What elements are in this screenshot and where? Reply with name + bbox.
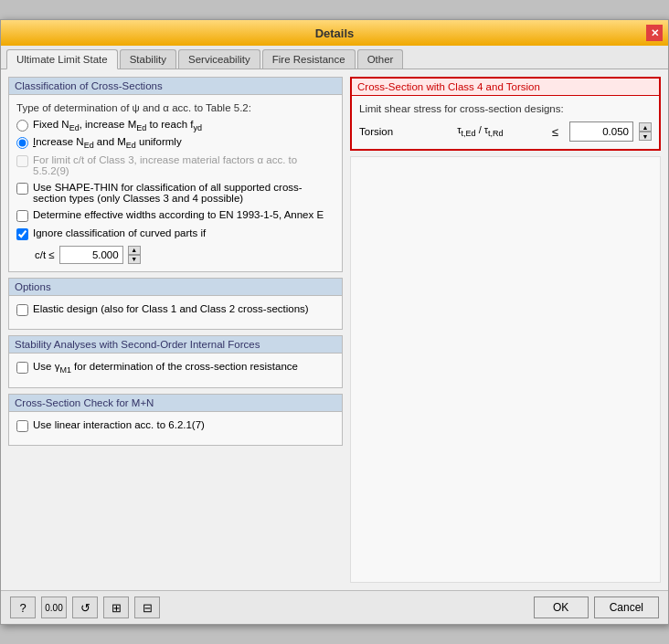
ct-spinner-buttons: ▲ ▼ — [128, 246, 141, 264]
value-icon-button[interactable]: 0.00 — [41, 596, 67, 618]
close-button[interactable]: ✕ — [646, 25, 663, 41]
checkbox-gamma-m1: Use γM1 for determination of the cross-s… — [16, 361, 334, 375]
title-bar: Details ✕ — [1, 20, 668, 46]
checkbox-linear-interaction: Use linear interaction acc. to 6.2.1(7) — [16, 419, 334, 432]
torsion-label: Torsion — [359, 126, 414, 137]
torsion-spinner-up[interactable]: ▲ — [639, 122, 652, 132]
checkbox-linear-interaction-input[interactable] — [16, 420, 28, 432]
limit-shear-label: Limit shear stress for cross-section des… — [359, 103, 652, 114]
radio-fixed-label: Fixed NEd, increase MEd to reach fyd — [33, 119, 202, 132]
checkbox-ignore-curved-label: Ignore classification of curved parts if — [33, 227, 206, 238]
torsion-spinner-down[interactable]: ▼ — [639, 132, 652, 141]
reset-icon-button[interactable]: ↺ — [72, 596, 98, 618]
torsion-value-input[interactable] — [569, 121, 633, 142]
ok-button[interactable]: OK — [534, 596, 589, 618]
options-header: Options — [9, 279, 342, 296]
ct-spinner-input[interactable] — [59, 246, 123, 264]
help-icon-button[interactable]: ? — [10, 596, 36, 618]
radio-group: Fixed NEd, increase MEd to reach fyd Inc… — [16, 119, 334, 151]
ct-spinner-label: c/t ≤ — [35, 249, 55, 260]
checkbox-effective-widths: Determine effective widths according to … — [16, 209, 334, 222]
radio-increase-label: Increase NEd and MEd uniformly — [33, 136, 182, 150]
radio-increase-input[interactable] — [16, 137, 28, 149]
right-placeholder — [350, 156, 661, 583]
checkbox-elastic-design: Elastic design (also for Class 1 and Cla… — [16, 303, 334, 316]
checkbox-gamma-m1-label: Use γM1 for determination of the cross-s… — [33, 361, 298, 375]
class4-torsion-section: Cross-Section with Class 4 and Torsion L… — [350, 77, 661, 151]
checkbox-gamma-m1-input[interactable] — [16, 362, 28, 374]
radio-fixed-input[interactable] — [16, 120, 28, 132]
tab-stability[interactable]: Stability — [120, 49, 176, 69]
footer-icons: ? 0.00 ↺ ⊞ ⊟ — [10, 596, 160, 618]
type-label: Type of determination of ψ and α acc. to… — [16, 102, 334, 113]
torsion-row: Torsion τt,Ed / τt,Rd ≤ ▲ ▼ — [359, 121, 652, 142]
tab-serviceability[interactable]: Serviceability — [178, 49, 260, 69]
ct-spinner-row: c/t ≤ ▲ ▼ — [35, 246, 334, 264]
stability-section: Stability Analyses with Second-Order Int… — [8, 335, 343, 388]
copy-icon-button[interactable]: ⊞ — [103, 596, 129, 618]
cancel-button[interactable]: Cancel — [594, 596, 659, 618]
checkbox-shape-thin-input[interactable] — [16, 183, 28, 195]
footer-actions: OK Cancel — [534, 596, 659, 618]
tab-other[interactable]: Other — [357, 49, 404, 69]
classification-section: Classification of Cross-Sections Type of… — [8, 77, 343, 272]
radio-fixed[interactable]: Fixed NEd, increase MEd to reach fyd — [16, 119, 334, 132]
dialog-content: Classification of Cross-Sections Type of… — [1, 69, 668, 590]
dialog: Details ✕ Ultimate Limit State Stability… — [0, 19, 669, 625]
checkbox-elastic-design-input[interactable] — [16, 304, 28, 316]
lte-symbol: ≤ — [552, 125, 558, 139]
checkbox-shape-thin: Use SHAPE-THIN for classification of all… — [16, 182, 334, 204]
tab-bar: Ultimate Limit State Stability Serviceab… — [1, 46, 668, 69]
class4-torsion-header: Cross-Section with Class 4 and Torsion — [352, 79, 659, 96]
checkbox-ignore-curved-input[interactable] — [16, 228, 28, 240]
tab-ultimate-limit-state[interactable]: Ultimate Limit State — [6, 49, 118, 69]
dialog-title: Details — [23, 26, 646, 40]
checkbox-limit-ct-input[interactable] — [16, 155, 28, 167]
checkbox-ignore-curved: Ignore classification of curved parts if — [16, 227, 334, 240]
classification-header: Classification of Cross-Sections — [9, 78, 342, 95]
torsion-formula: τt,Ed / τt,Rd — [419, 124, 541, 138]
cross-section-check-header: Cross-Section Check for M+N — [9, 395, 342, 412]
checkbox-limit-ct: For limit c/t of Class 3, increase mater… — [16, 154, 334, 176]
ct-spinner-down[interactable]: ▼ — [128, 255, 141, 264]
checkbox-linear-interaction-label: Use linear interaction acc. to 6.2.1(7) — [33, 419, 205, 430]
checkbox-limit-ct-label: For limit c/t of Class 3, increase mater… — [33, 154, 334, 176]
ct-spinner-up[interactable]: ▲ — [128, 246, 141, 255]
dialog-footer: ? 0.00 ↺ ⊞ ⊟ OK Cancel — [1, 590, 668, 624]
checkbox-elastic-design-label: Elastic design (also for Class 1 and Cla… — [33, 303, 309, 314]
checkbox-shape-thin-label: Use SHAPE-THIN for classification of all… — [33, 182, 334, 204]
left-panel: Classification of Cross-Sections Type of… — [8, 77, 343, 583]
torsion-spinner-buttons: ▲ ▼ — [639, 122, 652, 141]
stability-header: Stability Analyses with Second-Order Int… — [9, 336, 342, 354]
checkbox-effective-widths-label: Determine effective widths according to … — [33, 209, 324, 220]
tab-fire-resistance[interactable]: Fire Resistance — [262, 49, 356, 69]
radio-increase[interactable]: Increase NEd and MEd uniformly — [16, 136, 334, 150]
paste-icon-button[interactable]: ⊟ — [134, 596, 160, 618]
cross-section-check-section: Cross-Section Check for M+N Use linear i… — [8, 394, 343, 446]
right-panel: Cross-Section with Class 4 and Torsion L… — [350, 77, 661, 583]
options-section: Options Elastic design (also for Class 1… — [8, 278, 343, 330]
checkbox-effective-widths-input[interactable] — [16, 210, 28, 222]
